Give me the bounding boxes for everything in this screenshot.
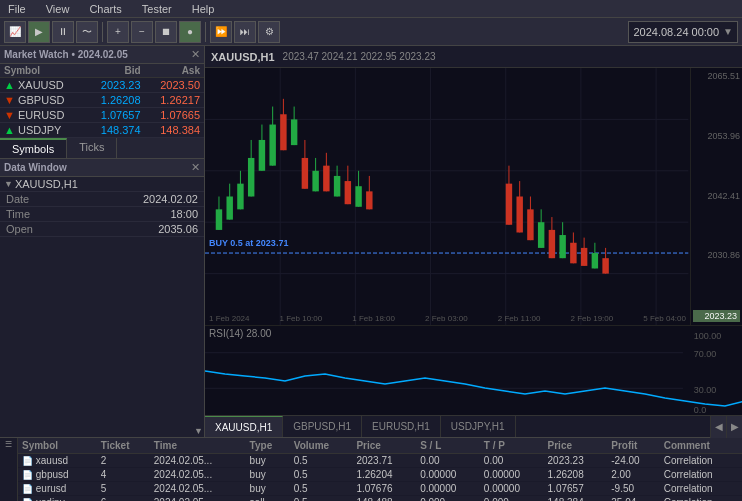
dw-table: Date 2024.02.02 Time 18:00 Open 2035.06 (0, 192, 204, 237)
tab-symbols[interactable]: Symbols (0, 138, 67, 158)
td-symbol-2: 📄 gbpusd (18, 468, 97, 482)
chart-nav-right[interactable]: ▶ (726, 416, 742, 438)
chart-symbol-label: XAUUSD,H1 (211, 51, 275, 63)
td-tp-3: 0.00000 (480, 482, 544, 496)
svg-text:70.00: 70.00 (694, 349, 717, 359)
chart-tab-xauusd[interactable]: XAUUSD,H1 (205, 416, 283, 437)
chart-prices: 2023.47 2024.21 2022.95 2023.23 (283, 51, 436, 62)
td-comment-2: Correlation (660, 468, 742, 482)
td-profit-3: -9.50 (607, 482, 659, 496)
td-time-4: 2024.02.05... (150, 496, 246, 502)
menu-tester[interactable]: Tester (138, 3, 176, 15)
fastfwd-btn[interactable]: ⏭ (234, 21, 256, 43)
menu-file[interactable]: File (4, 3, 30, 15)
td-comment-4: Correlation (660, 496, 742, 502)
mw-col-symbol: Symbol (0, 64, 85, 78)
chart-tab-gbpusd[interactable]: GBPUSD,H1 (283, 416, 362, 437)
td-symbol-1: 📄 xauusd (18, 454, 97, 468)
td-type-2: buy (246, 468, 290, 482)
plus-btn[interactable]: + (107, 21, 129, 43)
td-price-1: 2023.71 (352, 454, 416, 468)
minus-btn[interactable]: − (131, 21, 153, 43)
mw-row-usdjpy[interactable]: ▲ USDJPY 148.374 148.384 (0, 123, 204, 138)
datetime-dropdown[interactable]: ▼ (723, 26, 733, 37)
trade-row-usdjpy[interactable]: 📄 usdjpy 6 2024.02.05... sell 0.5 148.48… (18, 496, 742, 502)
main-area: Market Watch • 2024.02.05 ✕ Symbol Bid A… (0, 46, 742, 437)
dw-time-value: 18:00 (75, 207, 204, 222)
gbpusd-bid: 1.26208 (85, 93, 144, 108)
time-labels: 1 Feb 2024 1 Feb 10:00 1 Feb 18:00 2 Feb… (205, 314, 690, 323)
record-btn[interactable]: ● (179, 21, 201, 43)
td-profit-2: 2.00 (607, 468, 659, 482)
menu-view[interactable]: View (42, 3, 74, 15)
dw-open-value: 2035.06 (75, 222, 204, 237)
menu-help[interactable]: Help (188, 3, 219, 15)
forward-btn[interactable]: ⏩ (210, 21, 232, 43)
td-cur-2: 1.26208 (544, 468, 608, 482)
datetime-display: 2024.08.24 00:00 ▼ (628, 21, 738, 43)
chart-tab-eurusd[interactable]: EURUSD,H1 (362, 416, 441, 437)
toolbox-icon[interactable]: ☰ (5, 440, 12, 449)
chart-tab-usdjpy[interactable]: USDJPY,H1 (441, 416, 516, 437)
th-profit: Profit (607, 438, 659, 454)
td-ticket-1: 2 (97, 454, 150, 468)
stop-btn[interactable]: ⏹ (155, 21, 177, 43)
gbpusd-ask: 1.26217 (145, 93, 204, 108)
price-label-2: 2053.96 (693, 131, 740, 141)
th-price: Price (352, 438, 416, 454)
dw-open-label: Open (0, 222, 75, 237)
th-curprice: Price (544, 438, 608, 454)
td-comment-3: Correlation (660, 482, 742, 496)
time-label-1: 1 Feb 10:00 (280, 314, 323, 323)
settings-btn[interactable]: ⚙ (258, 21, 280, 43)
menu-charts[interactable]: Charts (85, 3, 125, 15)
market-watch-tabs: Symbols Ticks (0, 138, 204, 159)
mw-row-xauusd[interactable]: ▲ XAUUSD 2023.23 2023.50 (0, 78, 204, 93)
pause-btn[interactable]: ⏸ (52, 21, 74, 43)
price-label-4: 2030.86 (693, 250, 740, 260)
svg-text:100.00: 100.00 (694, 331, 722, 341)
wave-btn[interactable]: 〜 (76, 21, 98, 43)
td-symbol-4: 📄 usdjpy (18, 496, 97, 502)
trade-row-eurusd[interactable]: 📄 eurusd 5 2024.02.05... buy 0.5 1.07676… (18, 482, 742, 496)
td-type-1: buy (246, 454, 290, 468)
chart-nav-left[interactable]: ◀ (710, 416, 726, 438)
main-chart[interactable]: 2065.51 2053.96 2042.41 2030.86 2023.23 … (205, 68, 742, 325)
price-scale: 2065.51 2053.96 2042.41 2030.86 2023.23 (690, 68, 742, 325)
time-label-3: 2 Feb 03:00 (425, 314, 468, 323)
play-btn[interactable]: ▶ (28, 21, 50, 43)
td-price-3: 1.07676 (352, 482, 416, 496)
usdjpy-bid: 148.374 (85, 123, 144, 138)
left-panel: Market Watch • 2024.02.05 ✕ Symbol Bid A… (0, 46, 205, 437)
gbpusd-arrow: ▼ (4, 94, 15, 106)
trade-row-gbpusd[interactable]: 📄 gbpusd 4 2024.02.05... buy 0.5 1.26204… (18, 468, 742, 482)
market-watch-close[interactable]: ✕ (191, 48, 200, 61)
datetime-value: 2024.08.24 00:00 (633, 26, 719, 38)
time-label-5: 2 Feb 19:00 (571, 314, 614, 323)
data-window-close[interactable]: ✕ (191, 161, 200, 174)
dw-scroll-down[interactable]: ▼ (194, 426, 203, 436)
dw-open-row: Open 2035.06 (0, 222, 204, 237)
th-symbol: Symbol (18, 438, 97, 454)
th-volume: Volume (290, 438, 353, 454)
trade-row-xauusd[interactable]: 📄 xauusd 2 2024.02.05... buy 0.5 2023.71… (18, 454, 742, 468)
eurusd-ask: 1.07665 (145, 108, 204, 123)
chart-nav-arrows: ◀ ▶ (710, 416, 742, 438)
trade-table: Symbol Ticket Time Type Volume Price S /… (18, 438, 742, 501)
mw-row-eurusd[interactable]: ▼ EURUSD 1.07657 1.07665 (0, 108, 204, 123)
new-chart-btn[interactable]: 📈 (4, 21, 26, 43)
td-cur-4: 148.384 (544, 496, 608, 502)
dw-scroll: ▼ (0, 425, 204, 437)
td-type-4: sell (246, 496, 290, 502)
current-price-badge: 2023.23 (693, 310, 740, 322)
td-time-2: 2024.02.05... (150, 468, 246, 482)
td-sl-1: 0.00 (416, 454, 480, 468)
menu-bar: File View Charts Tester Help (0, 0, 742, 18)
time-label-4: 2 Feb 11:00 (498, 314, 541, 323)
chart-area: XAUUSD,H1 2023.47 2024.21 2022.95 2023.2… (205, 46, 742, 437)
mw-row-gbpusd[interactable]: ▼ GBPUSD 1.26208 1.26217 (0, 93, 204, 108)
td-sl-2: 0.00000 (416, 468, 480, 482)
td-profit-4: 35.04 (607, 496, 659, 502)
td-symbol-3: 📄 eurusd (18, 482, 97, 496)
tab-ticks[interactable]: Ticks (67, 138, 117, 158)
